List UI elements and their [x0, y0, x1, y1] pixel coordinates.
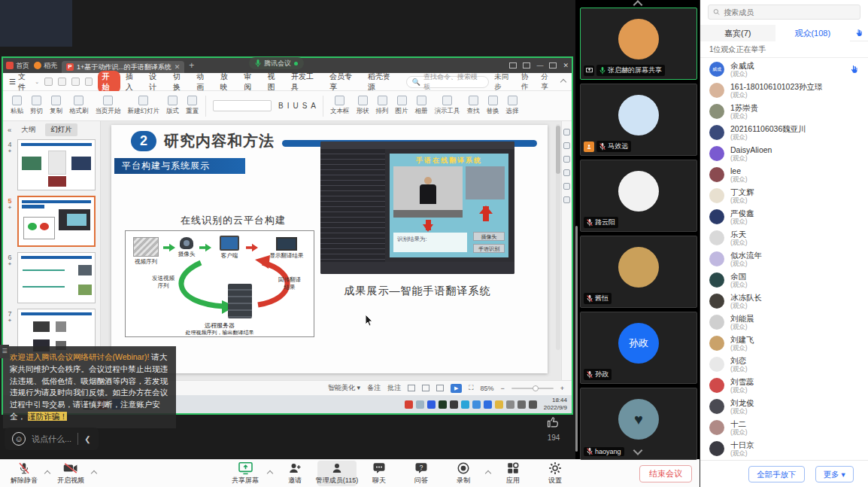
slide-canvas[interactable]: 2 研究内容和方法 平台构建与系统展示 在线识别的云平台构建 视频序列 [101, 121, 561, 380]
maximize-icon[interactable] [549, 62, 557, 68]
tray-icon[interactable] [517, 400, 526, 409]
tab-slides[interactable]: 幻灯片 [45, 123, 77, 136]
menu-tab[interactable]: 切换 [169, 71, 191, 93]
minimize-icon[interactable]: — [536, 62, 543, 69]
chat-placeholder[interactable]: 说点什么... [32, 434, 71, 445]
participant-row[interactable]: 刘龙俊 (观众) [700, 396, 868, 417]
member-search[interactable] [708, 5, 860, 20]
side-tool-icon[interactable] [563, 142, 570, 149]
ribbon-button[interactable]: 文本框 [330, 96, 350, 116]
comments-button[interactable]: 批注 [387, 383, 401, 393]
meeting-indicator-pill[interactable]: 腾讯会议 [249, 57, 304, 69]
participant-row[interactable]: 乐天 (观众) [700, 227, 868, 248]
chat-quick-input[interactable]: ☺ 说点什么... ❮ [5, 428, 99, 450]
participant-row[interactable]: 威成 余威成 (观众) [700, 59, 868, 80]
zoom-percent[interactable]: 85% [480, 385, 493, 392]
normal-view-icon[interactable] [408, 385, 415, 391]
notes-button[interactable]: 备注 [367, 383, 381, 393]
ribbon-button[interactable]: 形状 [357, 96, 369, 116]
zoom-slider[interactable] [511, 388, 554, 389]
zoom-out-button[interactable]: − [500, 385, 504, 392]
mic-options-chevron[interactable] [44, 470, 50, 476]
layout-icon[interactable] [509, 62, 517, 68]
redo-icon[interactable] [85, 78, 93, 86]
tray-icon[interactable] [427, 400, 436, 409]
menu-tab[interactable]: 插入 [122, 71, 144, 93]
font-name-combo[interactable] [213, 100, 272, 111]
zoom-slider-knob[interactable] [533, 385, 539, 391]
wps-home-tab[interactable]: 首页 [6, 61, 29, 71]
collapse-ribbon-icon[interactable] [560, 78, 566, 84]
print-icon[interactable] [58, 78, 66, 86]
menu-tab[interactable]: 视图 [264, 71, 286, 93]
side-tool-icon[interactable] [563, 129, 570, 135]
tray-icon[interactable] [405, 400, 413, 409]
tray-icon[interactable] [450, 400, 458, 409]
participant-row[interactable]: 161-180106101023孙立璟 (观众) [700, 80, 868, 101]
ribbon-button[interactable]: 新建幻灯片 [128, 96, 160, 116]
fit-icon[interactable]: ⛶ [469, 384, 473, 392]
tray-icon[interactable] [461, 400, 469, 409]
format-button[interactable]: I [287, 102, 290, 110]
side-tool-icon[interactable] [563, 196, 570, 203]
video-tile[interactable]: 孙政 孙政 [580, 312, 697, 384]
unmute-button[interactable]: 解除静音 [5, 461, 44, 486]
ribbon-button[interactable]: 重置 [186, 96, 199, 116]
tab-guests[interactable]: 嘉宾(7) [700, 25, 775, 41]
record-button[interactable]: 录制 [444, 461, 483, 486]
participant-row[interactable]: 余国 (观众) [700, 269, 868, 291]
menu-tab[interactable]: 开发工具 [287, 71, 324, 93]
side-tool-icon[interactable] [563, 169, 570, 176]
tray-icon[interactable] [416, 400, 424, 409]
taskbar-clock[interactable]: 18:44 2022/9/9 [544, 397, 567, 412]
ribbon-button[interactable]: 排列 [376, 96, 389, 116]
start-video-button[interactable]: 开启视频 [51, 461, 90, 486]
ribbon-button[interactable]: 图片 [396, 96, 408, 116]
menu-tab[interactable]: 动画 [193, 71, 214, 93]
apps-button[interactable]: 应用 [493, 461, 533, 486]
collapse-pane-icon[interactable]: « [8, 126, 11, 134]
wps-docer-tab[interactable]: 稻壳 [34, 61, 57, 71]
qa-button[interactable]: ? 问答 [402, 461, 441, 486]
menu-tab[interactable]: 开始 [98, 71, 120, 93]
record-options-chevron[interactable] [485, 470, 491, 476]
member-search-input[interactable] [724, 8, 855, 17]
sync-status[interactable]: 未同步 [494, 72, 515, 92]
menu-tab[interactable]: 审阅 [240, 71, 262, 93]
tray-icon[interactable] [495, 400, 503, 409]
format-button[interactable]: B [278, 102, 284, 110]
ribbon-button[interactable]: 演示工具 [435, 96, 460, 116]
tray-icon[interactable] [439, 400, 447, 409]
invite-button[interactable]: 邀请 [275, 461, 314, 486]
participant-row[interactable]: 冰冻队长 (观众) [700, 291, 868, 312]
participant-row[interactable]: 刘能晨 (观众) [700, 312, 868, 333]
raised-hands-tab[interactable] [850, 29, 868, 37]
chat-button[interactable]: 聊天 [360, 461, 399, 486]
participant-row[interactable]: 丁文辉 (观众) [700, 185, 868, 206]
ribbon-button[interactable]: 查找 [467, 96, 480, 116]
close-tab-icon[interactable]: ✕ [175, 63, 181, 71]
lower-all-hands-button[interactable]: 全部手放下 [748, 466, 805, 482]
ribbon-button[interactable]: 选择 [506, 96, 519, 116]
emoji-icon[interactable]: ☺ [12, 432, 26, 446]
zoom-in-button[interactable]: + [560, 385, 564, 392]
save-icon[interactable] [44, 78, 53, 86]
manage-members-button[interactable]: 管理成员(115) [317, 461, 357, 486]
more-button[interactable]: 更多 ▾ [815, 466, 854, 482]
menu-tab[interactable]: 会员专享 [326, 71, 363, 93]
grid-icon[interactable] [523, 62, 530, 68]
menu-tab[interactable]: 稻壳资源 [364, 71, 401, 93]
share-options-chevron[interactable] [267, 470, 273, 476]
video-tile[interactable]: 路云阳 [580, 160, 697, 232]
notice-handle[interactable]: ☰ [0, 345, 9, 358]
participant-row[interactable]: 刘雪蕊 (观众) [700, 375, 868, 396]
menu-tab[interactable]: 设计 [145, 71, 167, 93]
tab-audience[interactable]: 观众(108) [775, 25, 851, 41]
format-button[interactable]: S [302, 102, 308, 110]
participant-row[interactable]: 202161106036魏亚川 (观众) [700, 122, 868, 143]
tray-icon[interactable] [472, 400, 481, 409]
participant-row[interactable]: lee (观众) [700, 164, 868, 185]
slide-thumb-5-current[interactable]: 5✦ [5, 196, 96, 247]
ribbon-button[interactable]: 相册 [415, 96, 428, 116]
tiles-scrollbar[interactable] [575, 226, 578, 452]
